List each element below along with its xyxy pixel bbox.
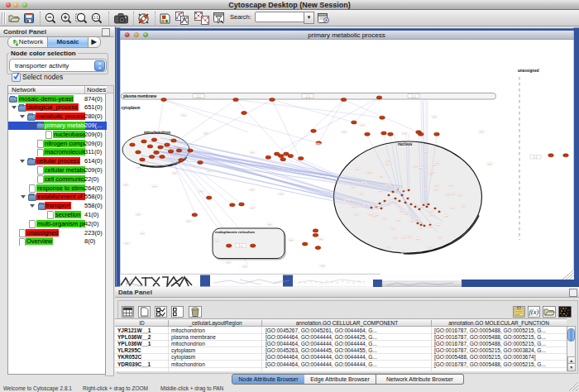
svg-text:(xxx): (xxx) (419, 167, 423, 169)
svg-text:1:1: 1:1 (93, 16, 99, 20)
svg-text:(xxx): (xxx) (391, 227, 395, 229)
svg-text:(xxx): (xxx) (387, 160, 391, 161)
svg-text:(xxx): (xxx) (410, 220, 414, 222)
svg-text:(xxx): (xxx) (431, 171, 435, 173)
svg-text:(xxx): (xxx) (360, 193, 364, 194)
svg-text:nucleus: nucleus (398, 142, 413, 146)
svg-text:(xxx): (xxx) (251, 151, 255, 153)
svg-text:(xxx): (xxx) (173, 172, 177, 174)
svg-text:(xxx): (xxx) (280, 193, 284, 194)
svg-text:(xxx): (xxx) (402, 251, 406, 252)
svg-text:(xxx): (xxx) (355, 213, 359, 215)
svg-text:(xxx): (xxx) (437, 224, 441, 226)
svg-text:unassigned: unassigned (518, 69, 539, 73)
svg-text:(xxx): (xxx) (352, 186, 356, 188)
svg-text:(xxx): (xxx) (251, 207, 255, 208)
svg-text:(xxx): (xxx) (447, 194, 451, 195)
svg-text:(xxx): (xxx) (416, 238, 420, 240)
svg-text:(xxx): (xxx) (419, 227, 423, 228)
svg-text:(xxx): (xxx) (321, 265, 325, 266)
svg-text:(xxx): (xxx) (480, 131, 484, 132)
svg-text:(xxx): (xxx) (387, 246, 391, 248)
svg-text:(xxx): (xxx) (428, 226, 433, 227)
svg-text:(xxx): (xxx) (369, 213, 373, 215)
svg-text:(xxx): (xxx) (208, 170, 212, 171)
svg-text:primary metabolic process: primary metabolic process (308, 31, 385, 39)
svg-text:(xxx): (xxx) (182, 114, 186, 116)
svg-text:(xxx): (xxx) (452, 193, 456, 194)
svg-text:(xxx): (xxx) (404, 213, 409, 214)
svg-text:(xxx): (xxx) (379, 190, 383, 192)
svg-text:(xxx): (xxx) (458, 194, 462, 196)
svg-text:(xxx): (xxx) (362, 182, 366, 184)
svg-text:(xxx): (xxx) (376, 214, 380, 216)
svg-text:(xxx): (xxx) (376, 205, 380, 207)
svg-text:(xxx): (xxx) (215, 240, 219, 241)
svg-text:(xxx): (xxx) (402, 237, 406, 238)
svg-text:(xxx): (xxx) (316, 143, 320, 145)
svg-text:(xxx): (xxx) (403, 189, 407, 190)
svg-text:(xxx): (xxx) (408, 236, 412, 237)
svg-text:(xxx): (xxx) (436, 162, 440, 164)
svg-text:(xxx): (xxx) (397, 219, 401, 221)
svg-text:(xxx): (xxx) (141, 232, 145, 234)
svg-text:(xxx): (xxx) (403, 132, 407, 134)
svg-text:(xxx): (xxx) (434, 189, 438, 190)
svg-text:(xxx): (xxx) (438, 237, 443, 238)
svg-text:(xxx): (xxx) (435, 184, 439, 186)
svg-text:(xxx): (xxx) (433, 164, 437, 165)
svg-text:(xxx): (xxx) (398, 205, 402, 207)
svg-text:(xxx): (xxx) (449, 184, 453, 186)
svg-text:(xxx): (xxx) (268, 223, 272, 225)
svg-text:(xxx): (xxx) (380, 175, 384, 177)
svg-text:mitochondrion: mitochondrion (144, 131, 170, 135)
svg-text:endoplasmic reticulum: endoplasmic reticulum (215, 230, 255, 234)
svg-text:[...]: [...] (197, 95, 200, 98)
svg-text:(xxx): (xxx) (243, 265, 247, 267)
svg-text:cytoplasm: cytoplasm (122, 106, 141, 110)
svg-text:(xxx): (xxx) (125, 242, 129, 244)
svg-text:(xxx): (xxx) (424, 151, 428, 153)
svg-text:(xxx): (xxx) (361, 124, 365, 126)
svg-text:(xxx): (xxx) (414, 165, 418, 167)
svg-text:(xxx): (xxx) (365, 203, 369, 205)
svg-text:[...]: [...] (239, 244, 242, 247)
svg-text:(xxx): (xxx) (420, 206, 424, 208)
svg-text:(xxx): (xxx) (385, 163, 390, 165)
svg-text:(xxx): (xxx) (187, 220, 191, 222)
svg-text:(xxx): (xxx) (424, 189, 428, 190)
svg-text:(xxx): (xxx) (433, 116, 437, 117)
svg-text:(xxx): (xxx) (342, 131, 347, 132)
svg-text:(xxx): (xxx) (124, 184, 128, 185)
svg-text:(xxx): (xxx) (488, 163, 492, 165)
svg-text:(xxx): (xxx) (445, 215, 449, 217)
svg-text:(xxx): (xxx) (356, 205, 360, 207)
svg-text:(xxx): (xxx) (199, 190, 203, 192)
svg-text:(xxx): (xxx) (290, 239, 294, 241)
svg-text:(xxx): (xxx) (137, 166, 141, 168)
svg-text:(xxx): (xxx) (227, 261, 231, 263)
svg-text:(xxx): (xxx) (430, 214, 434, 216)
svg-text:(xxx): (xxx) (136, 213, 141, 215)
svg-text:(xxx): (xxx) (429, 210, 433, 212)
svg-text:(xxx): (xxx) (462, 205, 466, 207)
svg-text:(xxx): (xxx) (346, 199, 350, 201)
svg-text:(xxx): (xxx) (394, 237, 398, 238)
svg-text:[...]: [...] (534, 155, 537, 159)
svg-text:(xxx): (xxx) (386, 184, 390, 186)
svg-text:plasma membrane: plasma membrane (123, 94, 157, 98)
svg-text:[...]: [...] (412, 95, 415, 98)
svg-text:(xxx): (xxx) (367, 171, 371, 173)
svg-text:(xxx): (xxx) (319, 238, 323, 240)
svg-text:(xxx): (xxx) (451, 207, 455, 208)
svg-text:(xxx): (xxx) (356, 168, 360, 170)
svg-text:[...]: [...] (306, 95, 309, 98)
svg-text:f(x): f(x) (529, 308, 539, 316)
svg-text:(xxx): (xxx) (386, 203, 390, 205)
svg-text:(xxx): (xxx) (428, 246, 433, 248)
svg-text:(xxx): (xxx) (383, 218, 387, 219)
svg-text:(xxx): (xxx) (251, 189, 255, 190)
svg-text:(xxx): (xxx) (153, 185, 157, 187)
svg-text:(xxx): (xxx) (400, 210, 404, 212)
svg-text:(xxx): (xxx) (204, 132, 208, 134)
